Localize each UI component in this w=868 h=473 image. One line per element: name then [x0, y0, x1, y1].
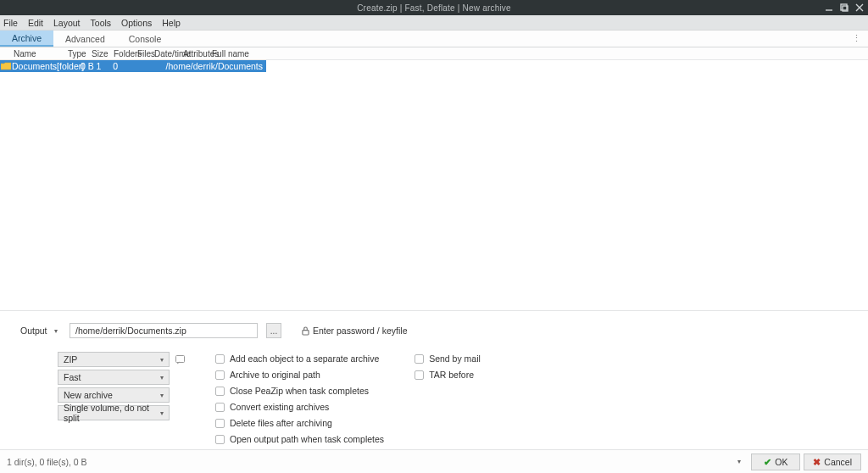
chevron-down-icon: ▾	[160, 409, 164, 417]
format-column: ZIP ▾ Fast ▾ New archive ▾ Single volume…	[58, 352, 185, 420]
checkbox-label: Convert existing archives	[230, 402, 329, 412]
minimize-button[interactable]	[824, 3, 834, 13]
menu-file[interactable]: File	[3, 18, 18, 28]
split-volume-select[interactable]: Single volume, do not split ▾	[58, 405, 170, 420]
cell-fullname: /home/derrik/Documents	[166, 61, 266, 71]
table-row[interactable]: Documents [folder] 0 B 1 0 /home/derrik/…	[0, 60, 266, 72]
checkbox-send-mail[interactable]	[415, 354, 424, 364]
action-bar: 1 dir(s), 0 file(s), 0 B ▾ ✔ OK ✖ Cancel	[0, 449, 868, 473]
menu-tools[interactable]: Tools	[91, 18, 112, 28]
ok-label: OK	[775, 457, 787, 467]
checkbox-label: Open output path when task completes	[230, 434, 384, 444]
output-label: Output	[20, 326, 46, 336]
chevron-down-icon: ▾	[160, 392, 164, 399]
chevron-down-icon: ▾	[160, 356, 164, 364]
check-icon: ✔	[764, 457, 771, 467]
checkbox-open-output[interactable]	[215, 435, 225, 444]
compression-level-select[interactable]: Fast ▾	[58, 370, 170, 385]
output-path-input[interactable]	[70, 323, 258, 338]
col-size[interactable]: Size	[92, 49, 114, 58]
cell-files: 0	[113, 61, 125, 71]
svg-rect-2	[303, 330, 309, 334]
checkbox-original-path[interactable]	[215, 370, 225, 380]
chevron-down-icon: ▾	[160, 374, 164, 381]
col-files[interactable]: Files	[137, 49, 154, 58]
checkbox-label: TAR before	[429, 370, 474, 380]
menu-bar: File Edit Layout Tools Options Help	[0, 15, 868, 31]
options-grid: ZIP ▾ Fast ▾ New archive ▾ Single volume…	[20, 352, 861, 446]
checkbox-label: Delete files after archiving	[230, 418, 332, 428]
checkbox-separate-archive[interactable]	[215, 354, 225, 364]
checkbox-close-peazip[interactable]	[215, 387, 225, 396]
cancel-button[interactable]: ✖ Cancel	[804, 454, 861, 470]
col-datetime[interactable]: Date/time	[154, 49, 183, 58]
cancel-label: Cancel	[824, 457, 852, 467]
checkbox-column-2: Send by mail TAR before	[415, 352, 481, 381]
checkbox-convert-existing[interactable]	[215, 403, 225, 412]
action-menu-chevron-icon[interactable]: ▾	[737, 458, 741, 465]
file-list: Documents [folder] 0 B 1 0 /home/derrik/…	[0, 60, 868, 72]
cell-name: Documents	[11, 61, 57, 71]
file-list-empty-area	[0, 72, 868, 310]
window-title: Create.zip | Fast, Deflate | New archive	[357, 3, 511, 13]
tab-archive[interactable]: Archive	[0, 31, 53, 47]
ok-button[interactable]: ✔ OK	[751, 454, 800, 470]
tab-strip: Archive Advanced Console ⋮	[0, 31, 868, 47]
cell-size: 0 B	[81, 61, 96, 71]
tab-console[interactable]: Console	[117, 31, 174, 47]
tab-advanced[interactable]: Advanced	[53, 31, 117, 47]
col-fullname[interactable]: Full name	[212, 49, 249, 58]
status-text: 1 dir(s), 0 file(s), 0 B	[7, 457, 87, 467]
checkbox-label: Close PeaZip when task completes	[230, 386, 369, 396]
checkbox-label: Archive to original path	[230, 370, 320, 380]
cell-type: [folder]	[57, 61, 81, 71]
split-volume-value: Single volume, do not split	[64, 403, 160, 423]
title-bar: Create.zip | Fast, Deflate | New archive	[0, 0, 868, 15]
format-help-icon[interactable]	[175, 354, 185, 364]
checkbox-delete-after[interactable]	[215, 419, 225, 428]
menu-options[interactable]: Options	[121, 18, 152, 28]
options-panel: Output ▾ ... Enter password / keyfile ZI…	[0, 310, 868, 449]
output-row: Output ▾ ... Enter password / keyfile	[20, 323, 861, 338]
compression-level-value: Fast	[64, 372, 81, 382]
output-history-chevron-icon[interactable]: ▾	[54, 327, 61, 335]
folder-icon	[1, 61, 11, 71]
svg-rect-0	[841, 4, 847, 10]
menu-help[interactable]: Help	[162, 18, 181, 28]
checkbox-tar-before[interactable]	[415, 370, 424, 380]
menu-edit[interactable]: Edit	[28, 18, 43, 28]
browse-button[interactable]: ...	[266, 323, 281, 338]
archive-mode-value: New archive	[64, 390, 113, 400]
maximize-button[interactable]	[839, 3, 849, 13]
password-label: Enter password / keyfile	[313, 326, 407, 336]
menu-layout[interactable]: Layout	[53, 18, 81, 28]
lock-icon	[302, 326, 309, 336]
archive-type-value: ZIP	[64, 354, 77, 364]
archive-type-select[interactable]: ZIP ▾	[58, 352, 170, 367]
col-type[interactable]: Type	[68, 49, 92, 58]
col-attributes[interactable]: Attributes	[183, 49, 212, 58]
x-icon: ✖	[813, 457, 821, 467]
window-controls	[824, 3, 865, 13]
archive-mode-select[interactable]: New archive ▾	[58, 387, 170, 403]
checkbox-label: Add each object to a separate archive	[230, 353, 379, 364]
col-folders[interactable]: Folders	[114, 49, 137, 58]
close-button[interactable]	[854, 3, 865, 13]
tab-overflow-menu-icon[interactable]: ⋮	[845, 31, 868, 47]
svg-rect-3	[175, 355, 184, 362]
checkbox-label: Send by mail	[429, 353, 481, 364]
checkbox-column-1: Add each object to a separate archive Ar…	[215, 352, 384, 446]
cell-folders: 1	[97, 61, 114, 71]
password-button[interactable]: Enter password / keyfile	[302, 326, 407, 336]
col-name[interactable]: Name	[14, 49, 68, 58]
column-header: Name Type Size Folders Files Date/time A…	[0, 47, 868, 60]
